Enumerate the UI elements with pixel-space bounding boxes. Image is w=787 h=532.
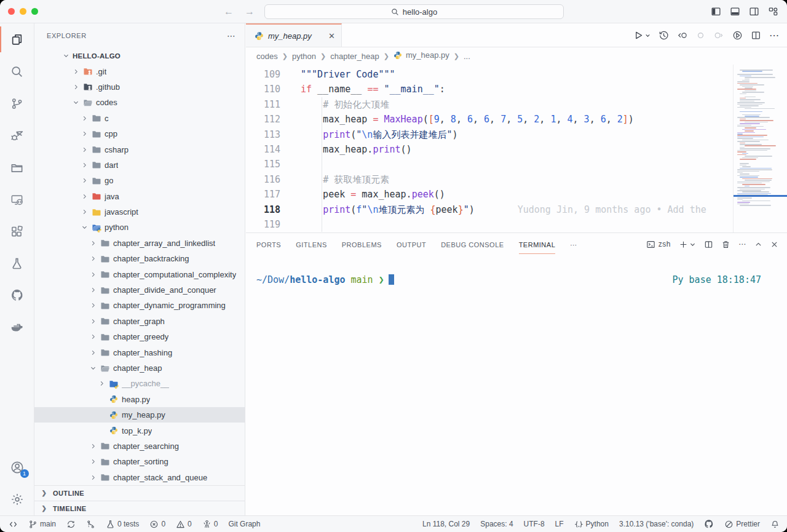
- zoom-window-button[interactable]: [31, 8, 38, 15]
- toggle-sidebar-left-icon[interactable]: [711, 6, 721, 17]
- minimap[interactable]: [733, 65, 787, 232]
- status-bell[interactable]: [770, 520, 780, 529]
- terminal-shell-selector[interactable]: zsh: [646, 240, 671, 249]
- kill-terminal-icon[interactable]: [721, 240, 730, 249]
- split-terminal-icon[interactable]: [704, 240, 713, 249]
- tree-item-java[interactable]: java: [34, 189, 245, 204]
- activity-item-github[interactable]: [0, 279, 34, 311]
- tree-item-codes[interactable]: codes: [34, 95, 245, 110]
- tree-item-chapter-sorting[interactable]: chapter_sorting: [34, 454, 245, 469]
- tree-item-python[interactable]: python: [34, 220, 245, 235]
- previous-change-icon[interactable]: [696, 31, 705, 40]
- more-actions-icon[interactable]: ⋯: [769, 30, 780, 41]
- status-0[interactable]: 0: [149, 520, 165, 529]
- status-0[interactable]: 0: [202, 520, 218, 529]
- panel-tab-problems[interactable]: PROBLEMS: [342, 235, 382, 253]
- panel-tabs-more-icon[interactable]: ⋯: [570, 235, 577, 254]
- status-main[interactable]: main: [28, 520, 56, 529]
- tree-item-chapter-array-and-linkedlist[interactable]: chapter_array_and_linkedlist: [34, 236, 245, 251]
- status-remote[interactable]: [9, 520, 18, 529]
- outline-section-header[interactable]: ❯ OUTLINE: [34, 485, 245, 501]
- tree-item-heap-py[interactable]: heap.py: [34, 392, 245, 407]
- tree-item-chapter-greedy[interactable]: chapter_greedy: [34, 329, 245, 344]
- status-3-10-13-base-conda[interactable]: 3.10.13 ('base': conda): [619, 520, 694, 528]
- code-editor[interactable]: 109"""Driver Code"""110if __name__ == "_…: [246, 65, 787, 232]
- minimize-window-button[interactable]: [20, 8, 26, 15]
- breadcrumb-item[interactable]: codes: [256, 52, 278, 61]
- terminal[interactable]: ~/Dow/hello-algo main ❯ Py base 18:18:47: [246, 255, 787, 515]
- status-sync[interactable]: [66, 520, 76, 529]
- new-terminal-icon[interactable]: [679, 240, 696, 249]
- close-window-button[interactable]: [8, 8, 15, 15]
- activity-item-search[interactable]: [0, 55, 34, 87]
- run-python-file-icon[interactable]: [633, 30, 651, 41]
- tree-item-cpp[interactable]: cpp: [34, 126, 245, 141]
- tree-item--git[interactable]: .git: [34, 63, 245, 79]
- breadcrumb-item[interactable]: chapter_heap: [330, 52, 379, 61]
- nav-forward-icon[interactable]: →: [245, 6, 255, 17]
- panel-tab-gitlens[interactable]: GITLENS: [296, 235, 327, 253]
- nav-back-icon[interactable]: ←: [224, 6, 234, 17]
- gitlens-graph-icon[interactable]: [732, 30, 743, 41]
- panel-tab-ports[interactable]: PORTS: [256, 235, 281, 253]
- panel-tab-output[interactable]: OUTPUT: [397, 235, 426, 253]
- status-0[interactable]: 0: [176, 520, 192, 529]
- activity-item-source-control[interactable]: [0, 87, 34, 119]
- status-python[interactable]: Python: [574, 520, 609, 529]
- activity-item-project-manager[interactable]: [0, 151, 34, 183]
- toggle-sidebar-right-icon[interactable]: [749, 6, 759, 17]
- status-ln-118-col-29[interactable]: Ln 118, Col 29: [422, 520, 470, 528]
- activity-item-extensions[interactable]: [0, 215, 34, 247]
- breadcrumb-item[interactable]: python: [292, 52, 316, 61]
- status-spaces-4[interactable]: Spaces: 4: [480, 520, 513, 528]
- status-octo[interactable]: [704, 519, 714, 529]
- tree-item-chapter-heap[interactable]: chapter_heap: [34, 360, 245, 376]
- timeline-section-header[interactable]: ❯ TIMELINE: [34, 501, 245, 515]
- tree-item-chapter-computational-complexity[interactable]: chapter_computational_complexity: [34, 266, 245, 282]
- status-utf-8[interactable]: UTF-8: [524, 520, 545, 528]
- status-prettier[interactable]: Prettier: [724, 520, 760, 529]
- split-editor-icon[interactable]: [751, 30, 761, 41]
- activity-item-explorer[interactable]: [0, 23, 34, 55]
- close-tab-icon[interactable]: ✕: [328, 31, 335, 41]
- status-lf[interactable]: LF: [555, 520, 564, 528]
- tree-item-chapter-stack-and-queue[interactable]: chapter_stack_and_queue: [34, 470, 245, 485]
- panel-tab-debug-console[interactable]: DEBUG CONSOLE: [441, 235, 504, 253]
- tree-item-top-k-py[interactable]: top_k.py: [34, 423, 245, 438]
- tree-item-dart[interactable]: dart: [34, 157, 245, 173]
- customize-layout-icon[interactable]: [768, 6, 778, 17]
- open-changes-icon[interactable]: [677, 30, 688, 41]
- toggle-panel-icon[interactable]: [730, 6, 740, 17]
- tree-item--pycache-[interactable]: __pycache__: [34, 376, 245, 391]
- activity-item-run-debug[interactable]: [0, 119, 34, 151]
- activity-item-accounts[interactable]: 1: [0, 451, 34, 483]
- tree-item-my-heap-py[interactable]: my_heap.py: [34, 407, 245, 423]
- tree-item-chapter-dynamic-programming[interactable]: chapter_dynamic_programming: [34, 298, 245, 313]
- activity-item-testing[interactable]: [0, 247, 34, 279]
- tab-my-heap[interactable]: my_heap.py ✕: [246, 23, 342, 47]
- tree-item-csharp[interactable]: csharp: [34, 141, 245, 157]
- tree-item-chapter-backtracking[interactable]: chapter_backtracking: [34, 251, 245, 266]
- tree-item-chapter-graph[interactable]: chapter_graph: [34, 314, 245, 329]
- tree-root-hello-algo[interactable]: HELLO-ALGO: [34, 48, 245, 63]
- status-0-tests[interactable]: 0 tests: [106, 520, 139, 529]
- tree-item-chapter-divide-and-conquer[interactable]: chapter_divide_and_conquer: [34, 282, 245, 298]
- panel-more-actions-icon[interactable]: ⋯: [738, 240, 746, 248]
- breadcrumb-item[interactable]: my_heap.py: [394, 50, 449, 62]
- activity-item-settings[interactable]: [0, 483, 34, 515]
- explorer-more-actions-icon[interactable]: ⋯: [227, 31, 236, 41]
- timeline-history-icon[interactable]: [658, 30, 669, 41]
- tree-item-chapter-searching[interactable]: chapter_searching: [34, 439, 245, 454]
- close-panel-icon[interactable]: [770, 240, 778, 248]
- status-gitlens-branch[interactable]: [86, 520, 95, 529]
- activity-item-remote-explorer[interactable]: [0, 183, 34, 215]
- breadcrumb-item[interactable]: ...: [464, 52, 470, 61]
- maximize-panel-icon[interactable]: [754, 240, 762, 248]
- command-center-search[interactable]: hello-algo: [264, 4, 564, 19]
- status-git-graph[interactable]: Git Graph: [228, 520, 260, 528]
- tree-item-chapter-hashing[interactable]: chapter_hashing: [34, 344, 245, 360]
- activity-item-docker[interactable]: [0, 311, 34, 343]
- panel-tab-terminal[interactable]: TERMINAL: [519, 235, 556, 254]
- tree-item-javascript[interactable]: javascript: [34, 204, 245, 220]
- tree-item-go[interactable]: go: [34, 173, 245, 188]
